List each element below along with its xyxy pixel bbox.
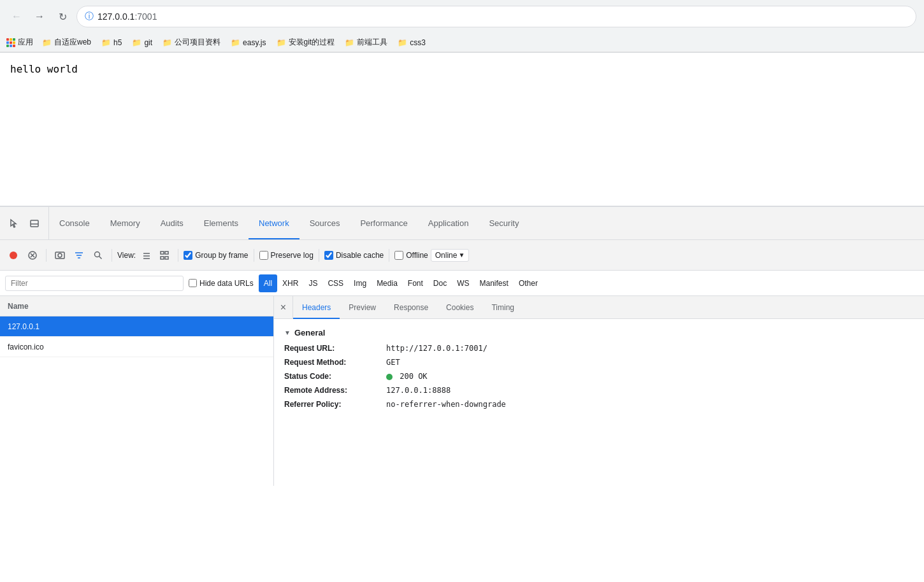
toolbar-divider xyxy=(46,249,47,262)
tab-sources[interactable]: Sources xyxy=(300,208,350,240)
detail-tab-headers[interactable]: Headers xyxy=(293,297,340,319)
bookmark-item-2[interactable]: 📁 git xyxy=(128,37,156,48)
info-row-status: Status Code: 200 OK xyxy=(284,369,914,383)
info-row-referrer: Referrer Policy: no-referrer-when-downgr… xyxy=(284,397,914,411)
tab-security[interactable]: Security xyxy=(479,208,529,240)
detail-close-button[interactable]: × xyxy=(274,296,293,318)
view-buttons xyxy=(138,247,173,264)
filter-font-button[interactable]: Font xyxy=(403,274,428,292)
svg-rect-17 xyxy=(165,252,168,254)
toolbar-divider-6 xyxy=(389,249,389,262)
file-list-header: Name xyxy=(0,296,273,316)
general-section: ▼ General Request URL: http://127.0.0.1:… xyxy=(274,319,924,416)
devtools-console-button[interactable] xyxy=(25,215,43,232)
tab-memory[interactable]: Memory xyxy=(100,208,150,240)
offline-checkbox[interactable] xyxy=(394,251,403,260)
bookmark-item-3[interactable]: 📁 公司项目资料 xyxy=(159,36,224,49)
filter-other-button[interactable]: Other xyxy=(514,274,543,292)
address-bar[interactable]: ⓘ 127.0.0.1:7001 xyxy=(76,6,916,27)
devtools: Console Memory Audits Elements Network S… xyxy=(0,206,924,486)
general-section-header[interactable]: ▼ General xyxy=(284,324,914,341)
network-toolbar: View: Group by frame xyxy=(0,240,924,271)
status-dot-green xyxy=(386,374,393,380)
preserve-log-checkbox[interactable] xyxy=(259,251,268,260)
filter-input[interactable] xyxy=(5,276,184,291)
detail-tabs: × Headers Preview Response Cookies Timin… xyxy=(274,296,924,319)
filter-css-button[interactable]: CSS xyxy=(322,274,349,292)
bookmark-apps[interactable]: 应用 xyxy=(5,37,33,48)
folder-icon: 📁 xyxy=(162,38,172,47)
tab-audits[interactable]: Audits xyxy=(150,208,194,240)
filter-ws-button[interactable]: WS xyxy=(452,274,474,292)
bookmark-item-6[interactable]: 📁 前端工具 xyxy=(341,36,391,49)
filter-js-button[interactable]: JS xyxy=(303,274,322,292)
toolbar-divider-4 xyxy=(254,249,254,262)
bookmark-item-4[interactable]: 📁 easy.js xyxy=(227,37,270,48)
file-list-item-1[interactable]: favicon.ico xyxy=(0,337,273,357)
filter-media-button[interactable]: Media xyxy=(372,274,403,292)
apps-grid-icon[interactable] xyxy=(5,37,17,48)
preserve-log-label[interactable]: Preserve log xyxy=(259,251,314,260)
view-tree-button[interactable] xyxy=(156,247,173,264)
svg-point-2 xyxy=(10,252,17,259)
hide-data-urls-checkbox[interactable] xyxy=(189,279,197,287)
back-button[interactable]: ← xyxy=(8,8,25,25)
offline-label[interactable]: Offline xyxy=(394,251,428,260)
screenshot-button[interactable] xyxy=(52,247,68,264)
folder-icon: 📁 xyxy=(345,38,354,47)
tab-network[interactable]: Network xyxy=(249,208,300,240)
info-row-method: Request Method: GET xyxy=(284,355,914,369)
devtools-icon-bar xyxy=(0,207,49,239)
bookmark-item-7[interactable]: 📁 css3 xyxy=(394,37,430,48)
network-main: Name 127.0.0.1 favicon.ico × Headers Pre… xyxy=(0,296,924,486)
devtools-pointer-button[interactable] xyxy=(5,215,23,232)
svg-rect-1 xyxy=(31,224,38,225)
group-by-frame-checkbox[interactable] xyxy=(184,251,192,260)
search-button[interactable] xyxy=(90,247,106,264)
svg-rect-16 xyxy=(161,252,164,254)
filter-xhr-button[interactable]: XHR xyxy=(277,274,303,292)
detail-tab-preview[interactable]: Preview xyxy=(340,297,385,319)
apps-label: 应用 xyxy=(18,37,33,48)
browser-chrome: ← → ↻ ⓘ 127.0.0.1:7001 应用 📁 自适应web 📁 h5 xyxy=(0,0,924,53)
online-select[interactable]: Online ▼ xyxy=(431,249,470,262)
detail-tab-response[interactable]: Response xyxy=(385,297,437,319)
filter-button[interactable] xyxy=(71,247,87,264)
svg-line-12 xyxy=(99,256,102,259)
tab-console[interactable]: Console xyxy=(49,208,100,240)
tab-application[interactable]: Application xyxy=(418,208,479,240)
forward-button[interactable]: → xyxy=(31,8,48,25)
toolbar-divider-2 xyxy=(112,249,112,262)
detail-tab-cookies[interactable]: Cookies xyxy=(437,297,482,319)
detail-tab-timing[interactable]: Timing xyxy=(482,297,523,319)
view-label: View: xyxy=(117,251,136,260)
record-button[interactable] xyxy=(5,247,22,264)
folder-icon: 📁 xyxy=(231,38,240,47)
tab-performance[interactable]: Performance xyxy=(350,208,417,240)
chevron-down-icon: ▼ xyxy=(458,252,465,259)
group-by-frame-label[interactable]: Group by frame xyxy=(184,251,248,260)
url-text: 127.0.0.1:7001 xyxy=(97,11,157,22)
svg-point-11 xyxy=(95,252,100,257)
file-list-item-0[interactable]: 127.0.0.1 xyxy=(0,316,273,337)
filter-all-button[interactable]: All xyxy=(259,274,277,292)
view-list-button[interactable] xyxy=(138,247,155,264)
filter-manifest-button[interactable]: Manifest xyxy=(475,274,514,292)
reload-button[interactable]: ↻ xyxy=(54,8,71,25)
disable-cache-checkbox[interactable] xyxy=(324,251,333,260)
bookmark-item-5[interactable]: 📁 安装git的过程 xyxy=(273,36,339,49)
filter-types: All XHR JS CSS Img Media Font Doc WS Man… xyxy=(259,274,543,292)
bookmarks-bar: 应用 📁 自适应web 📁 h5 📁 git 📁 公司项目资料 📁 easy.j… xyxy=(0,33,924,52)
disable-cache-label[interactable]: Disable cache xyxy=(324,251,384,260)
clear-button[interactable] xyxy=(24,247,41,264)
tab-elements[interactable]: Elements xyxy=(194,208,249,240)
info-row-remote: Remote Address: 127.0.0.1:8888 xyxy=(284,383,914,397)
hide-data-urls-label[interactable]: Hide data URLs xyxy=(189,279,254,288)
info-row-url: Request URL: http://127.0.0.1:7001/ xyxy=(284,341,914,355)
bookmark-item-1[interactable]: 📁 h5 xyxy=(97,37,126,48)
section-collapse-icon: ▼ xyxy=(284,329,291,336)
filter-img-button[interactable]: Img xyxy=(349,274,372,292)
filter-doc-button[interactable]: Doc xyxy=(428,274,452,292)
bookmark-item-0[interactable]: 📁 自适应web xyxy=(38,36,95,49)
svg-rect-18 xyxy=(161,257,164,259)
